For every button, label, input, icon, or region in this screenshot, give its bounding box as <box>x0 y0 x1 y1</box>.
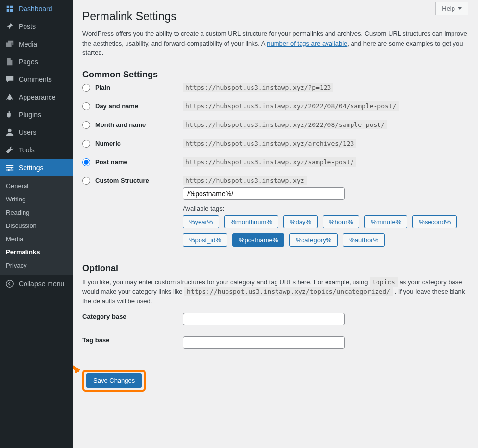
tag-base-label: Tag base <box>82 336 183 344</box>
main-content: Help Permalink Settings WordPress offers… <box>73 0 478 448</box>
tag-base-row: Tag base <box>82 336 468 349</box>
tag-postname[interactable]: %postname% <box>232 233 284 247</box>
tag-hour[interactable]: %hour% <box>323 215 359 228</box>
help-label: Help <box>442 5 455 12</box>
sidebar-item-media[interactable]: Media <box>0 35 73 53</box>
tools-icon <box>5 145 15 155</box>
available-tags-label: Available tags: <box>183 205 468 212</box>
submenu-privacy[interactable]: Privacy <box>0 259 73 272</box>
tag-base-input[interactable] <box>183 336 345 349</box>
sidebar-label: Dashboard <box>19 5 52 13</box>
collapse-label: Collapse menu <box>19 280 64 288</box>
settings-icon <box>5 163 15 173</box>
common-settings-heading: Common Settings <box>82 70 468 80</box>
sidebar-item-tools[interactable]: Tools <box>0 141 73 159</box>
plain-label[interactable]: Plain <box>82 84 183 92</box>
svg-point-0 <box>8 129 11 132</box>
day-label[interactable]: Day and name <box>82 102 183 110</box>
plain-radio[interactable] <box>82 84 90 92</box>
collapse-icon <box>5 279 15 289</box>
optional-heading: Optional <box>82 263 468 274</box>
tag-monthnum[interactable]: %monthnum% <box>224 215 278 228</box>
users-icon <box>5 127 15 137</box>
svg-point-7 <box>6 280 13 287</box>
page-title: Permalink Settings <box>82 10 468 23</box>
option-month: Month and name https://hubspot.us3.insta… <box>82 121 468 129</box>
submenu-reading[interactable]: Reading <box>0 206 73 219</box>
sidebar-item-settings[interactable]: Settings <box>0 159 73 176</box>
custom-radio[interactable] <box>82 177 90 185</box>
appearance-icon <box>5 92 15 102</box>
tag-year[interactable]: %year% <box>183 215 219 228</box>
sidebar-item-dashboard[interactable]: Dashboard <box>0 0 73 18</box>
tag-minute[interactable]: %minute% <box>364 215 407 228</box>
intro-text: WordPress offers you the ability to crea… <box>82 29 468 58</box>
day-url: https://hubspot.us3.instawp.xyz/2022/08/… <box>183 101 399 111</box>
pages-icon <box>5 57 15 67</box>
sidebar-item-comments[interactable]: Comments <box>0 71 73 88</box>
option-postname: Post name https://hubspot.us3.instawp.xy… <box>82 158 468 166</box>
tag-author[interactable]: %author% <box>343 233 385 247</box>
month-radio[interactable] <box>82 121 90 129</box>
sidebar-label: Tools <box>19 146 35 154</box>
sidebar-label: Posts <box>19 23 36 30</box>
sidebar-collapse[interactable]: Collapse menu <box>0 275 73 293</box>
sidebar-item-users[interactable]: Users <box>0 124 73 141</box>
sidebar-item-plugins[interactable]: Plugins <box>0 106 73 124</box>
optional-text: If you like, you may enter custom struct… <box>82 277 468 306</box>
topics-url-code: https://hubspot.us3.instawp.xyz/topics/u… <box>184 287 393 296</box>
topics-code: topics <box>370 277 398 287</box>
sidebar-label: Pages <box>19 58 38 66</box>
tag-postid[interactable]: %post_id% <box>183 233 227 247</box>
category-base-input[interactable] <box>183 313 345 325</box>
postname-url: https://hubspot.us3.instawp.xyz/sample-p… <box>183 157 356 167</box>
dashboard-icon <box>5 4 15 14</box>
option-day: Day and name https://hubspot.us3.instawp… <box>82 102 468 110</box>
submenu-discussion[interactable]: Discussion <box>0 219 73 232</box>
custom-structure-input[interactable] <box>183 187 345 200</box>
media-icon <box>5 39 15 49</box>
tags-row1: %year% %monthnum% %day% %hour% %minute% … <box>183 215 468 228</box>
help-button[interactable]: Help <box>435 2 468 15</box>
plugins-icon <box>5 110 15 120</box>
tags-row2: %post_id% %postname% %category% %author% <box>183 233 468 247</box>
save-changes-button[interactable]: Save Changes <box>86 373 142 388</box>
month-url: https://hubspot.us3.instawp.xyz/2022/08/… <box>183 120 387 129</box>
postname-label[interactable]: Post name <box>82 158 183 166</box>
numeric-label[interactable]: Numeric <box>82 140 183 148</box>
pin-icon <box>5 22 15 31</box>
submenu-media[interactable]: Media <box>0 232 73 246</box>
custom-url: https://hubspot.us3.instawp.xyz <box>183 176 307 185</box>
sidebar-label: Media <box>19 40 37 48</box>
day-radio[interactable] <box>82 102 90 110</box>
submenu-permalinks[interactable]: Permalinks <box>0 246 73 259</box>
sidebar-item-appearance[interactable]: Appearance <box>0 88 73 106</box>
numeric-radio[interactable] <box>82 140 90 148</box>
svg-point-4 <box>7 165 9 167</box>
submenu-writing[interactable]: Writing <box>0 193 73 206</box>
svg-point-5 <box>11 167 13 169</box>
sidebar-label: Comments <box>19 75 52 83</box>
month-label[interactable]: Month and name <box>82 121 183 129</box>
sidebar-label: Users <box>19 128 37 136</box>
tag-day[interactable]: %day% <box>283 215 318 228</box>
numeric-url: https://hubspot.us3.instawp.xyz/archives… <box>183 139 356 148</box>
save-highlight: Save Changes <box>82 370 146 392</box>
sidebar-label: Settings <box>19 164 44 172</box>
sidebar-item-posts[interactable]: Posts <box>0 18 73 35</box>
option-numeric: Numeric https://hubspot.us3.instawp.xyz/… <box>82 140 468 148</box>
submenu-general[interactable]: General <box>0 179 73 193</box>
tag-second[interactable]: %second% <box>412 215 457 228</box>
option-custom: Custom Structure https://hubspot.us3.ins… <box>82 177 468 251</box>
category-base-label: Category base <box>82 313 183 320</box>
sidebar-item-pages[interactable]: Pages <box>0 53 73 71</box>
tags-link[interactable]: number of tags are available <box>267 40 347 47</box>
sidebar-label: Appearance <box>19 93 56 101</box>
option-plain: Plain https://hubspot.us3.instawp.xyz/?p… <box>82 84 468 92</box>
chevron-down-icon <box>458 7 462 10</box>
tag-category[interactable]: %category% <box>289 233 338 247</box>
plain-url: https://hubspot.us3.instawp.xyz/?p=123 <box>183 83 333 92</box>
sidebar-label: Plugins <box>19 111 41 119</box>
custom-label[interactable]: Custom Structure <box>82 177 183 185</box>
postname-radio[interactable] <box>82 158 90 166</box>
